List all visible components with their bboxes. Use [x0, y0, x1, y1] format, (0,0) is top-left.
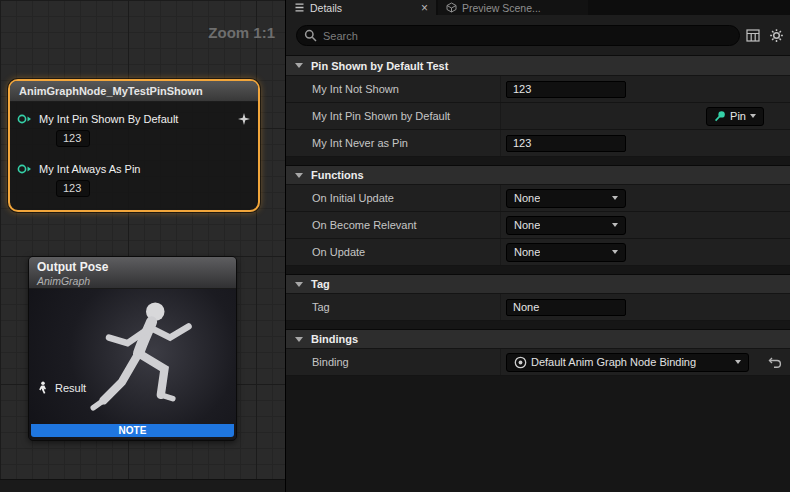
text-field[interactable]: None: [506, 299, 626, 316]
binding-value: Default Anim Graph Node Binding: [531, 356, 696, 368]
property-matrix-icon[interactable]: [746, 29, 760, 42]
dropdown[interactable]: None: [506, 189, 626, 208]
section-header[interactable]: Functions: [286, 165, 790, 185]
dropdown-value: None: [514, 219, 540, 231]
output-pose-header[interactable]: Output Pose AnimGraph: [29, 257, 236, 289]
int-pin-icon[interactable]: [17, 163, 32, 175]
output-pose-body: Result NOTE: [29, 289, 236, 439]
chevron-down-icon: [295, 173, 303, 178]
pin-value-field[interactable]: 123: [56, 180, 90, 197]
tab-bar: Details × Preview Scene...: [286, 0, 790, 15]
details-panel: Details × Preview Scene...: [285, 0, 790, 492]
tab-preview-scene[interactable]: Preview Scene...: [438, 0, 588, 15]
pin-button-label: Pin: [730, 110, 746, 122]
output-pose-subtitle: AnimGraph: [37, 275, 228, 287]
pin-row: My Int Always As Pin: [17, 162, 250, 176]
dropdown[interactable]: None: [506, 216, 626, 235]
property-label: On Initial Update: [286, 185, 501, 211]
animgraph-canvas[interactable]: Zoom 1:1 AnimGraphNode_MyTestPinShown My…: [0, 0, 285, 492]
property-row: My Int Never as Pin123: [286, 130, 790, 157]
property-row: My Int Pin Shown by DefaultPin: [286, 103, 790, 130]
chevron-down-icon: [735, 360, 741, 364]
gear-icon[interactable]: [769, 28, 784, 43]
dropdown[interactable]: None: [506, 243, 626, 262]
property-row: On Initial UpdateNone: [286, 185, 790, 212]
binding-dropdown[interactable]: Default Anim Graph Node Binding: [506, 353, 749, 372]
section-title: Pin Shown by Default Test: [311, 60, 448, 72]
property-label: On Become Relevant: [286, 212, 501, 238]
property-label: Tag: [286, 294, 501, 320]
map-pin-icon: [714, 110, 726, 122]
result-pin-label: Result: [55, 382, 86, 394]
section-header[interactable]: Tag: [286, 274, 790, 294]
chevron-down-icon: [295, 63, 303, 68]
chevron-down-icon: [295, 337, 303, 342]
section-header[interactable]: Pin Shown by Default Test: [286, 56, 790, 76]
note-badge[interactable]: NOTE: [31, 424, 234, 437]
close-icon[interactable]: ×: [421, 3, 428, 13]
pose-pin-icon: [37, 381, 49, 394]
pin-value-field[interactable]: 123: [56, 130, 90, 147]
dropdown-value: None: [514, 192, 540, 204]
property-label: My Int Pin Shown by Default: [286, 103, 501, 129]
property-value: 123: [501, 76, 790, 102]
revert-icon: [768, 356, 782, 368]
preview-scene-tab-icon: [446, 2, 457, 13]
chevron-down-icon: [612, 223, 618, 227]
pin-label: My Int Always As Pin: [39, 163, 140, 175]
zoom-level-label: Zoom 1:1: [208, 24, 275, 41]
tab-label: Details: [310, 2, 342, 14]
property-value: 123: [501, 130, 790, 156]
text-field[interactable]: 123: [506, 81, 626, 98]
pin-toggle-icon[interactable]: [238, 113, 250, 125]
property-value: None: [501, 294, 790, 320]
chevron-down-icon: [612, 196, 618, 200]
section-title: Bindings: [311, 333, 358, 345]
property-row: My Int Not Shown123: [286, 76, 790, 103]
property-label: On Update: [286, 239, 501, 265]
property-value: Default Anim Graph Node Binding: [501, 349, 790, 375]
chevron-down-icon: [750, 114, 756, 118]
section-header[interactable]: Bindings: [286, 329, 790, 349]
section-title: Functions: [311, 169, 364, 181]
graph-footer-strip: [0, 479, 285, 492]
revert-icon[interactable]: [768, 356, 782, 368]
property-label: My Int Not Shown: [286, 76, 501, 102]
anim-node-title[interactable]: AnimGraphNode_MyTestPinShown: [10, 81, 258, 102]
tab-label: Preview Scene...: [462, 2, 541, 14]
text-field[interactable]: 123: [506, 135, 626, 152]
property-value: None: [501, 239, 790, 265]
output-pose-node[interactable]: Output Pose AnimGraph: [28, 256, 237, 441]
property-row: BindingDefault Anim Graph Node Binding: [286, 349, 790, 376]
details-tab-icon: [294, 2, 305, 13]
search-input[interactable]: [296, 25, 740, 46]
pin-label: My Int Pin Shown By Default: [39, 113, 178, 125]
search-icon: [304, 29, 317, 42]
details-toolbar: [286, 15, 790, 56]
output-pose-title: Output Pose: [37, 260, 228, 274]
int-pin-icon[interactable]: [17, 113, 32, 125]
chevron-down-icon: [612, 250, 618, 254]
dropdown-value: None: [514, 246, 540, 258]
result-pin[interactable]: Result: [37, 381, 86, 394]
unreal-editor-window: Zoom 1:1 AnimGraphNode_MyTestPinShown My…: [0, 0, 790, 492]
pin-visibility-button[interactable]: Pin: [706, 107, 764, 126]
property-row: On Become RelevantNone: [286, 212, 790, 239]
property-label: Binding: [286, 349, 501, 375]
anim-graph-node[interactable]: AnimGraphNode_MyTestPinShown My Int Pin …: [8, 79, 260, 212]
pin-row: My Int Pin Shown By Default: [17, 112, 250, 126]
property-row: On UpdateNone: [286, 239, 790, 266]
anim-node-body: My Int Pin Shown By Default 123 My Int A…: [10, 102, 258, 210]
property-label: My Int Never as Pin: [286, 130, 501, 156]
tab-details[interactable]: Details ×: [286, 0, 436, 15]
property-value: None: [501, 212, 790, 238]
property-value: Pin: [501, 103, 790, 129]
binding-icon: [514, 356, 527, 369]
property-value: None: [501, 185, 790, 211]
section-title: Tag: [311, 278, 330, 290]
chevron-down-icon: [295, 282, 303, 287]
property-row: TagNone: [286, 294, 790, 321]
property-sections: Pin Shown by Default TestMy Int Not Show…: [286, 56, 790, 376]
mannequin-image: [71, 295, 221, 441]
